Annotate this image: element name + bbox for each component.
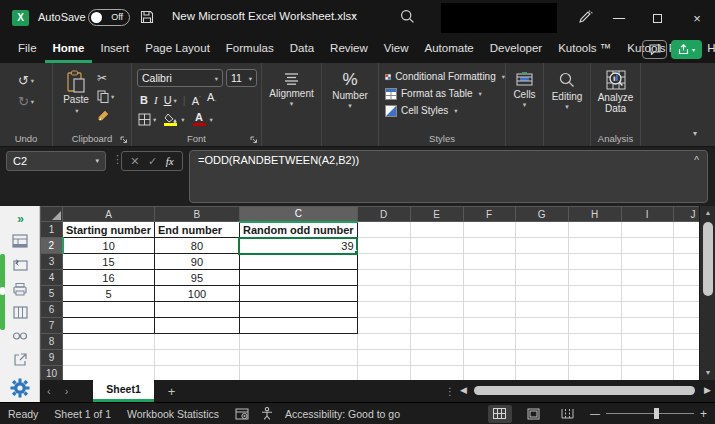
formula-bar-collapse-icon[interactable]: ^ <box>694 155 699 166</box>
cell-F2[interactable] <box>463 238 515 254</box>
scroll-right-icon[interactable]: ▶ <box>704 385 711 395</box>
cell-I3[interactable] <box>621 254 673 270</box>
save-icon[interactable] <box>140 10 154 24</box>
cut-button[interactable]: ✂ <box>97 70 107 85</box>
row-header-9[interactable]: 9 <box>41 350 63 366</box>
columns-icon[interactable] <box>0 306 40 319</box>
cell-H1[interactable] <box>568 222 621 238</box>
cell-G4[interactable] <box>515 270 568 286</box>
row-header-3[interactable]: 3 <box>41 254 63 270</box>
cell-H2[interactable] <box>568 238 621 254</box>
formula-input[interactable]: =ODD(RANDBETWEEN(A2,B2)) ^ <box>189 150 708 203</box>
cell-E8[interactable] <box>410 334 463 350</box>
cell-F4[interactable] <box>463 270 515 286</box>
accessibility-icon[interactable] <box>261 407 273 420</box>
cell-C9[interactable] <box>239 350 357 366</box>
cell-I5[interactable] <box>621 286 673 302</box>
cell-B3[interactable]: 90 <box>154 254 239 270</box>
column-header-D[interactable]: D <box>357 207 410 222</box>
row-header-7[interactable]: 7 <box>41 318 63 334</box>
row-header-8[interactable]: 8 <box>41 334 63 350</box>
fill-color-button[interactable] <box>164 113 177 126</box>
cell-A1[interactable]: Starting number <box>63 222 155 238</box>
format-painter-button[interactable] <box>97 108 110 123</box>
cell-I4[interactable] <box>621 270 673 286</box>
cell-H7[interactable] <box>568 318 621 334</box>
column-header-B[interactable]: B <box>154 207 239 222</box>
page-break-view-button[interactable] <box>556 405 580 423</box>
cell-F10[interactable] <box>463 366 515 381</box>
tab-developer[interactable]: Developer <box>482 38 550 63</box>
cell-G1[interactable] <box>515 222 568 238</box>
cell-A9[interactable] <box>63 350 155 366</box>
font-name-select[interactable]: Calibri <box>137 69 223 87</box>
tab-view[interactable]: View <box>376 38 417 63</box>
cell-F5[interactable] <box>463 286 515 302</box>
pen-icon[interactable] <box>577 9 593 25</box>
tab-data[interactable]: Data <box>282 38 322 63</box>
increase-font-button[interactable]: Aˆ <box>192 93 201 107</box>
cell-A5[interactable]: 5 <box>63 286 155 302</box>
tab-home[interactable]: Home <box>45 38 93 63</box>
bold-button[interactable]: B <box>140 94 148 106</box>
sheet-count[interactable]: Sheet 1 of 1 <box>54 408 111 420</box>
conditional-formatting-button[interactable]: Conditional Formatting <box>379 68 505 85</box>
underline-button[interactable]: U <box>164 94 177 106</box>
cell-E6[interactable] <box>410 302 463 318</box>
title-chevron-down-icon[interactable]: ▾ <box>352 12 356 20</box>
format-as-table-button[interactable]: Format as Table <box>379 85 505 102</box>
document-title[interactable]: New Microsoft Excel Worksheet.xlsx <box>172 10 357 22</box>
cell-D2[interactable] <box>357 238 410 254</box>
number-group[interactable]: % Number ▾ <box>322 63 379 146</box>
font-color-button[interactable]: A <box>193 112 206 126</box>
comments-button[interactable] <box>642 40 667 59</box>
cell-E4[interactable] <box>410 270 463 286</box>
autosave-toggle[interactable]: Off <box>88 9 130 26</box>
column-header-C[interactable]: C <box>239 207 357 222</box>
kutools-settings-gear-icon[interactable] <box>0 378 40 398</box>
name-box[interactable]: C2 ▾ <box>6 151 106 171</box>
cell-G2[interactable] <box>515 238 568 254</box>
cell-F6[interactable] <box>463 302 515 318</box>
zoom-in-button[interactable]: + <box>700 407 707 421</box>
cell-B6[interactable] <box>154 302 239 318</box>
sheetbar-dots-icon[interactable]: ⋮ <box>445 386 455 397</box>
cell-C7[interactable] <box>239 318 357 334</box>
tab-file[interactable]: File <box>10 38 45 63</box>
worksheets-nav-icon[interactable] <box>0 234 40 248</box>
cells-group[interactable]: Cells ▾ <box>506 63 544 146</box>
cell-D7[interactable] <box>357 318 410 334</box>
tab-automate[interactable]: Automate <box>417 38 482 63</box>
cell-G6[interactable] <box>515 302 568 318</box>
row-header-1[interactable]: 1 <box>41 222 63 238</box>
borders-button[interactable] <box>138 110 156 128</box>
cell-E2[interactable] <box>410 238 463 254</box>
clipboard-dialog-launcher[interactable] <box>120 136 128 144</box>
zoom-slider-handle[interactable] <box>654 408 659 419</box>
cell-B9[interactable] <box>154 350 239 366</box>
maximize-button[interactable] <box>646 8 668 28</box>
cell-A8[interactable] <box>63 334 155 350</box>
macro-record-icon[interactable] <box>235 408 249 420</box>
cell-G5[interactable] <box>515 286 568 302</box>
vertical-scroll-thumb[interactable] <box>703 222 713 296</box>
select-all-corner[interactable] <box>41 207 63 222</box>
cell-E3[interactable] <box>410 254 463 270</box>
scroll-left-icon[interactable]: ◀ <box>460 385 467 395</box>
cell-E10[interactable] <box>410 366 463 381</box>
cell-H9[interactable] <box>568 350 621 366</box>
cell-B1[interactable]: End number <box>154 222 239 238</box>
column-header-H[interactable]: H <box>568 207 621 222</box>
cell-B7[interactable] <box>154 318 239 334</box>
cell-C6[interactable] <box>239 302 357 318</box>
cell-A4[interactable]: 16 <box>63 270 155 286</box>
cell-H3[interactable] <box>568 254 621 270</box>
cell-D10[interactable] <box>357 366 410 381</box>
vertical-scrollbar[interactable]: ▲ ▼ <box>699 206 715 380</box>
cell-B5[interactable]: 100 <box>154 286 239 302</box>
cell-G10[interactable] <box>515 366 568 381</box>
editing-group[interactable]: Editing ▾ <box>544 63 591 146</box>
cell-C5[interactable] <box>239 286 357 302</box>
kutools-expand-button[interactable]: » <box>0 212 40 226</box>
scroll-down-icon[interactable]: ▼ <box>700 366 715 380</box>
